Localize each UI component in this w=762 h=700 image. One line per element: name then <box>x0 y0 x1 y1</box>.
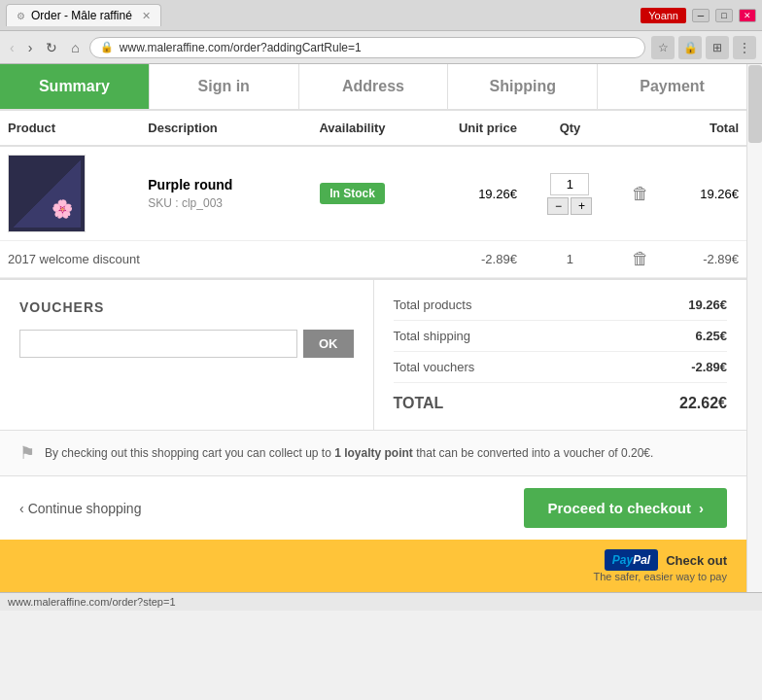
total-products-row: Total products 19.26€ <box>394 290 728 321</box>
maximize-button[interactable]: □ <box>715 9 733 22</box>
paypal-bar[interactable]: PayPal Check out The safer, easier way t… <box>0 540 746 592</box>
discount-unit-price: -2.89€ <box>414 241 525 278</box>
browser-titlebar: ⚙ Order - Mâle raffiné ✕ Yoann ─ □ ✕ <box>0 0 762 31</box>
total-vouchers-label: Total vouchers <box>394 360 475 374</box>
url-text: www.maleraffine.com/order?addingCartRule… <box>120 41 635 54</box>
step-shipping[interactable]: Shipping <box>448 64 598 109</box>
toolbar-actions: ☆ 🔒 ⊞ ⋮ <box>651 36 756 59</box>
in-stock-badge: In Stock <box>320 183 385 204</box>
col-availability: Availability <box>291 111 413 146</box>
extension-icon[interactable]: ⊞ <box>706 36 729 59</box>
discount-delete-cell: 🗑 <box>615 241 665 278</box>
browser-toolbar: ‹ › ↻ ⌂ 🔒 www.maleraffine.com/order?addi… <box>0 31 762 64</box>
forward-button[interactable]: › <box>24 38 37 57</box>
col-description: Description <box>140 111 291 146</box>
discount-label: 2017 welcome discount <box>0 241 291 278</box>
paypal-checkout-text: Check out <box>666 553 727 568</box>
paypal-content: PayPal Check out The safer, easier way t… <box>593 549 727 582</box>
chevron-left-icon: ‹ <box>19 501 24 516</box>
discount-total: -2.89€ <box>665 241 746 278</box>
reload-button[interactable]: ↻ <box>42 38 61 57</box>
col-delete-placeholder <box>615 111 665 146</box>
product-availability-cell: In Stock <box>291 146 413 241</box>
product-description-cell: Purple round SKU : clp_003 <box>140 146 291 241</box>
lock-icon: 🔒 <box>100 41 114 53</box>
qty-input[interactable] <box>550 173 589 195</box>
discount-availability-empty <box>291 241 413 278</box>
qty-control: − + <box>533 173 607 215</box>
qty-decrease-button[interactable]: − <box>547 197 569 215</box>
discount-delete-button[interactable]: 🗑 <box>632 249 649 269</box>
minimize-button[interactable]: ─ <box>692 9 710 22</box>
home-button[interactable]: ⌂ <box>67 38 83 57</box>
product-total: 19.26€ <box>665 146 746 241</box>
step-signin[interactable]: Sign in <box>150 64 299 109</box>
loyalty-highlight: 1 loyalty point <box>334 446 413 460</box>
total-shipping-row: Total shipping 6.25€ <box>394 321 728 352</box>
action-bar: ‹ Continue shopping Proceed to checkout … <box>0 475 746 540</box>
qty-increase-button[interactable]: + <box>571 197 592 215</box>
product-image-cell <box>0 146 140 241</box>
qty-buttons: − + <box>547 197 592 215</box>
status-url: www.maleraffine.com/order?step=1 <box>8 596 176 608</box>
total-shipping-label: Total shipping <box>394 329 471 343</box>
col-qty: Qty <box>525 111 615 146</box>
voucher-ok-button[interactable]: OK <box>303 330 354 358</box>
scrollbar-thumb[interactable] <box>748 65 762 143</box>
totals-section: Total products 19.26€ Total shipping 6.2… <box>374 280 747 430</box>
product-image-inner <box>13 159 81 228</box>
tab-close-icon[interactable]: ✕ <box>142 10 151 22</box>
tab-favicon: ⚙ <box>17 11 25 21</box>
tab-label: Order - Mâle raffiné <box>31 9 132 22</box>
voucher-input-row: OK <box>19 330 354 358</box>
vouchers-title: VOUCHERS <box>19 299 354 315</box>
grand-total-row: TOTAL 22.62€ <box>394 383 728 420</box>
step-payment[interactable]: Payment <box>598 64 746 109</box>
close-button[interactable]: ✕ <box>739 9 756 22</box>
product-delete-button[interactable]: 🗑 <box>632 184 649 204</box>
security-icon[interactable]: 🔒 <box>678 36 702 59</box>
proceed-to-checkout-button[interactable]: Proceed to checkout › <box>524 488 727 528</box>
discount-qty: 1 <box>525 241 615 278</box>
product-unit-price: 19.26€ <box>414 146 525 241</box>
total-vouchers-row: Total vouchers -2.89€ <box>394 352 728 383</box>
address-bar[interactable]: 🔒 www.maleraffine.com/order?addingCartRu… <box>89 37 645 58</box>
grand-total-label: TOTAL <box>394 395 444 412</box>
vouchers-section: VOUCHERS OK <box>0 280 374 430</box>
table-row: Purple round SKU : clp_003 In Stock 19.2… <box>0 146 746 241</box>
paypal-logo: PayPal <box>605 549 658 571</box>
col-unit-price: Unit price <box>414 111 525 146</box>
checkout-steps: Summary Sign in Address Shipping Payment <box>0 64 746 111</box>
status-bar: www.maleraffine.com/order?step=1 <box>0 592 762 611</box>
chevron-right-icon: › <box>699 500 704 516</box>
total-products-value: 19.26€ <box>688 298 727 312</box>
flag-icon: ⚑ <box>19 442 35 464</box>
bookmark-icon[interactable]: ☆ <box>651 36 675 59</box>
titlebar-right: Yoann ─ □ ✕ <box>641 8 756 23</box>
continue-shopping-link[interactable]: ‹ Continue shopping <box>19 501 141 516</box>
paypal-tagline: The safer, easier way to pay <box>593 571 727 582</box>
product-delete-cell: 🗑 <box>615 146 665 241</box>
browser-tab[interactable]: ⚙ Order - Mâle raffiné ✕ <box>6 4 161 26</box>
back-button[interactable]: ‹ <box>6 38 18 57</box>
product-name: Purple round <box>148 177 283 192</box>
product-qty-cell: − + <box>525 146 615 241</box>
menu-icon[interactable]: ⋮ <box>733 36 756 59</box>
loyalty-bar: ⚑ By checking out this shopping cart you… <box>0 430 746 475</box>
grand-total-value: 22.62€ <box>679 395 727 412</box>
voucher-input[interactable] <box>19 330 297 358</box>
order-table: Product Description Availability Unit pr… <box>0 111 746 278</box>
col-product: Product <box>0 111 140 146</box>
scrollbar[interactable] <box>746 64 762 592</box>
user-avatar: Yoann <box>641 8 686 23</box>
step-summary[interactable]: Summary <box>0 64 150 109</box>
total-products-label: Total products <box>394 298 472 312</box>
bottom-section: VOUCHERS OK Total products 19.26€ Total … <box>0 278 746 430</box>
loyalty-text: By checking out this shopping cart you c… <box>45 446 653 460</box>
total-vouchers-value: -2.89€ <box>691 360 727 374</box>
step-address[interactable]: Address <box>299 64 449 109</box>
discount-row: 2017 welcome discount -2.89€ 1 🗑 -2.89€ <box>0 241 746 278</box>
col-total: Total <box>665 111 746 146</box>
total-shipping-value: 6.25€ <box>695 329 727 343</box>
product-sku: SKU : clp_003 <box>148 196 283 210</box>
